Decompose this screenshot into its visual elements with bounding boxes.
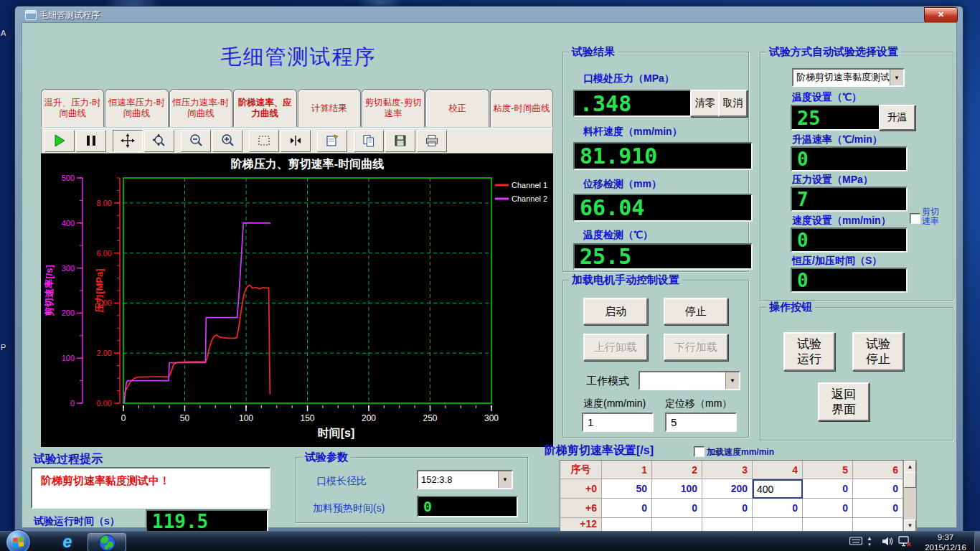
taskbar-item-app[interactable] [88, 533, 126, 551]
step-rate-table[interactable]: 序号 1 2 3 4 5 6 +0 50 100 200 400 0 0 +6 … [560, 460, 905, 542]
zoom-out-button[interactable] [181, 130, 211, 152]
table-cell[interactable]: 100 [652, 479, 702, 499]
ramp-rate-label: 升温速率（℃/min） [792, 133, 882, 146]
windows-logo-icon [13, 537, 24, 548]
keyboard-icon[interactable] [849, 537, 862, 545]
table-cell[interactable]: 0 [853, 499, 903, 518]
down-load-button[interactable]: 下行加载 [664, 334, 728, 361]
test-mode-select[interactable]: 阶梯剪切速率黏度测试 ▼ [792, 68, 905, 87]
series-channel-2 [123, 223, 270, 403]
table-cell[interactable]: 200 [702, 479, 753, 499]
zero-button[interactable]: 清零 [690, 90, 720, 117]
chart-panel: 0100200300400500剪切速率[/s]0.002.004.006.00… [41, 154, 553, 447]
motor-stop-button[interactable]: 停止 [664, 298, 728, 325]
x-axis-label: 时间[s] [318, 427, 355, 439]
save-button[interactable] [385, 130, 415, 152]
legend-label: Channel 2 [512, 194, 547, 203]
preheat-label: 加料预热时间(s) [313, 502, 385, 515]
scroll-down-icon[interactable]: ▼ [904, 519, 916, 532]
pause-button[interactable] [76, 130, 106, 152]
tab-temp-pressure-time[interactable]: 温升、压力-时间曲线 [41, 89, 104, 127]
show-hidden-icons-chevron[interactable]: ▲▾ [867, 536, 872, 547]
print-icon [425, 133, 439, 148]
cursor-track-button[interactable] [281, 130, 311, 152]
table-cell[interactable]: 0 [803, 499, 853, 518]
close-button[interactable]: ✕ [924, 7, 958, 23]
heat-up-button[interactable]: 升温 [879, 105, 915, 131]
table-cell[interactable]: 0 [602, 499, 652, 518]
taskbar-clock[interactable]: 9:37 2015/12/16 [920, 532, 971, 551]
y-tick-label: 300 [62, 264, 75, 273]
volume-icon[interactable] [881, 536, 894, 547]
chevron-down-icon[interactable]: ▼ [725, 372, 739, 389]
motor-start-button[interactable]: 启动 [583, 298, 648, 325]
load-speed-checkbox-label: 加载速度mm/min [707, 446, 774, 458]
die-pressure-display: .348 [573, 90, 696, 117]
test-params-group: 试验参数 口模长径比 152:3.8 ▼ 加料预热时间(s) 0 [296, 457, 528, 523]
vscroll-thumb[interactable] [904, 472, 916, 488]
load-speed-checkbox[interactable] [694, 446, 705, 457]
zoom-in-button[interactable] [212, 130, 242, 152]
tab-const-pressure-rate-time[interactable]: 恒压力速率-时间曲线 [169, 89, 232, 127]
copy-button[interactable] [354, 130, 384, 152]
test-stop-button[interactable]: 试验 停止 [852, 332, 904, 371]
box-zoom-button[interactable] [249, 130, 279, 152]
network-disconnected-icon[interactable]: ✕ [898, 536, 912, 547]
table-cell[interactable]: 0 [753, 499, 803, 518]
test-results-title: 试验结果 [569, 45, 618, 59]
start-button[interactable] [6, 529, 31, 551]
copy-icon [362, 133, 376, 148]
taskbar-item-ie[interactable]: e [53, 532, 82, 551]
rod-speed-display: 81.910 [573, 142, 753, 170]
pan-button[interactable] [113, 130, 143, 152]
temp-set-display: 25 [791, 105, 881, 131]
chevron-down-icon[interactable]: ▼ [890, 70, 903, 85]
test-run-button[interactable]: 试验 运行 [783, 332, 835, 371]
die-pressure-label: 口模处压力（MPa） [583, 72, 674, 85]
chevron-down-icon[interactable]: ▼ [498, 471, 512, 488]
shear-rate-checkbox[interactable] [910, 213, 920, 224]
x-tick-label: 300 [484, 413, 499, 423]
cancel-button[interactable]: 取消 [718, 90, 748, 117]
app-window: 毛细管测试程序 ✕ 毛细管测试程序 温升、压力-时间曲线 恒速率压力-时间曲线 … [14, 6, 963, 532]
chart-canvas[interactable]: 0100200300400500剪切速率[/s]0.002.004.006.00… [41, 154, 553, 447]
temp-set-label: 温度设置（℃） [792, 91, 862, 104]
tab-step-rate-stress-curve[interactable]: 阶梯速率、应力曲线 [233, 89, 296, 127]
window-title: 毛细管测试程序 [39, 9, 100, 22]
zoom-window-button[interactable] [144, 130, 174, 152]
motor-speed-input[interactable]: 1 [582, 413, 654, 432]
tab-viscosity-time[interactable]: 粘度-时间曲线 [490, 89, 553, 127]
hold-time-display: 0 [791, 268, 908, 293]
x-tick-label: 250 [423, 413, 437, 423]
table-cell[interactable]: 0 [702, 499, 753, 518]
table-cell-editing[interactable]: 400 [753, 479, 803, 499]
die-ratio-select[interactable]: 152:3.8 ▼ [417, 470, 513, 489]
tab-shear-viscosity-rate[interactable]: 剪切黏度-剪切速率 [362, 89, 425, 127]
tab-calibration[interactable]: 校正 [425, 89, 489, 127]
back-to-main-button[interactable]: 返回 界面 [818, 382, 870, 421]
table-vscrollbar[interactable]: ▲ ▼ [903, 460, 917, 532]
table-cell[interactable]: 0 [853, 479, 903, 499]
x-tick-label: 150 [300, 413, 314, 423]
tab-calc-results[interactable]: 计算结果 [298, 89, 361, 127]
series-channel-1 [123, 285, 270, 395]
table-corner: 序号 [560, 461, 602, 479]
play-button[interactable] [44, 130, 75, 152]
chart-title: 阶梯压力、剪切速率-时间曲线 [231, 157, 384, 171]
properties-button[interactable] [317, 130, 347, 152]
table-cell[interactable]: 0 [803, 479, 853, 499]
table-cell[interactable]: 50 [602, 479, 652, 499]
title-bar[interactable]: 毛细管测试程序 ✕ [15, 6, 963, 22]
table-cell[interactable]: 0 [652, 499, 702, 518]
show-desktop-button[interactable] [974, 532, 980, 551]
print-button[interactable] [417, 130, 447, 152]
displacement-label: 位移检测（mm） [583, 178, 661, 191]
fixed-disp-input[interactable]: 5 [665, 413, 737, 432]
motor-control-title: 加载电机手动控制设置 [569, 273, 682, 287]
scroll-up-icon[interactable]: ▲ [904, 461, 916, 473]
up-unload-button[interactable]: 上行卸载 [583, 334, 648, 361]
work-mode-select[interactable]: ▼ [639, 371, 740, 390]
rod-speed-label: 料杆速度（mm/min） [583, 126, 682, 138]
test-params-title: 试验参数 [302, 451, 351, 464]
tab-const-rate-pressure-time[interactable]: 恒速率压力-时间曲线 [105, 89, 168, 127]
